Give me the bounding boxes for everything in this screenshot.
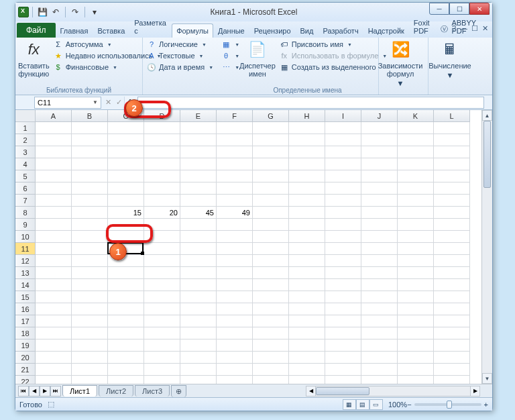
- cell-L22[interactable]: [434, 376, 470, 384]
- cell-D4[interactable]: [144, 158, 180, 170]
- col-header-K[interactable]: K: [398, 110, 434, 122]
- cell-A21[interactable]: [36, 364, 72, 376]
- cell-B6[interactable]: [72, 182, 108, 195]
- cell-F4[interactable]: [217, 158, 253, 170]
- cell-G17[interactable]: [253, 315, 289, 327]
- cell-I18[interactable]: [325, 327, 361, 339]
- cell-H19[interactable]: [289, 339, 325, 352]
- cell-A7[interactable]: [36, 195, 72, 207]
- cell-E14[interactable]: [180, 279, 217, 291]
- cell-I7[interactable]: [325, 195, 361, 207]
- sheet-nav-last[interactable]: ⏭: [50, 386, 61, 397]
- cell-F3[interactable]: [217, 146, 253, 158]
- macro-record-icon[interactable]: ⬚: [48, 400, 54, 409]
- cell-D12[interactable]: [144, 255, 180, 267]
- formula-auditing-button[interactable]: 🔀 Зависимости формул▼: [382, 39, 419, 87]
- cell-C4[interactable]: [108, 158, 144, 170]
- cell-E12[interactable]: [180, 255, 217, 267]
- cell-B15[interactable]: [72, 291, 108, 303]
- tab-addins[interactable]: Надстройк: [363, 23, 409, 38]
- col-header-G[interactable]: G: [253, 110, 289, 122]
- cell-E8[interactable]: 45: [180, 207, 217, 219]
- scroll-right-icon[interactable]: ▶: [470, 386, 479, 396]
- cell-G21[interactable]: [253, 364, 289, 376]
- cell-B4[interactable]: [72, 158, 108, 170]
- cell-E7[interactable]: [180, 195, 217, 207]
- row-header-21[interactable]: 21: [15, 364, 36, 376]
- cell-D19[interactable]: [144, 339, 180, 352]
- cell-I19[interactable]: [325, 339, 361, 352]
- zoom-in-button[interactable]: +: [484, 401, 488, 409]
- excel-icon[interactable]: [18, 7, 29, 17]
- cell-I2[interactable]: [325, 134, 361, 146]
- cell-J14[interactable]: [361, 279, 398, 291]
- cell-A5[interactable]: [36, 170, 72, 182]
- cell-K6[interactable]: [398, 182, 434, 195]
- cell-G18[interactable]: [253, 327, 289, 339]
- cell-F15[interactable]: [217, 291, 253, 303]
- cell-J9[interactable]: [361, 219, 398, 231]
- tab-formulas[interactable]: Формулы: [172, 23, 213, 38]
- cell-A9[interactable]: [36, 219, 72, 231]
- new-sheet-button[interactable]: ⊕: [171, 385, 186, 397]
- scroll-thumb[interactable]: [483, 121, 491, 188]
- row-header-11[interactable]: 11: [15, 243, 36, 255]
- cell-H10[interactable]: [289, 231, 325, 243]
- cell-H1[interactable]: [289, 122, 325, 134]
- cell-A6[interactable]: [36, 182, 72, 195]
- insert-function-button[interactable]: fx Вставить функцию: [18, 39, 50, 78]
- cell-H8[interactable]: [289, 207, 325, 219]
- tab-data[interactable]: Данные: [213, 23, 249, 38]
- cell-L4[interactable]: [434, 158, 470, 170]
- cell-H7[interactable]: [289, 195, 325, 207]
- minimize-button[interactable]: ─: [429, 3, 449, 15]
- cell-E19[interactable]: [180, 339, 217, 352]
- cell-E10[interactable]: [180, 231, 217, 243]
- cell-K11[interactable]: [398, 243, 434, 255]
- sheet-tab-2[interactable]: Лист2: [99, 385, 133, 397]
- cell-I9[interactable]: [325, 219, 361, 231]
- row-header-5[interactable]: 5: [15, 170, 36, 182]
- cell-H18[interactable]: [289, 327, 325, 339]
- cell-A16[interactable]: [36, 303, 72, 315]
- cell-L8[interactable]: [434, 207, 470, 219]
- tab-layout[interactable]: Разметка с: [129, 15, 172, 38]
- cell-L2[interactable]: [434, 134, 470, 146]
- cell-E11[interactable]: [180, 243, 217, 255]
- cell-C21[interactable]: [108, 364, 144, 376]
- cell-K2[interactable]: [398, 134, 434, 146]
- cell-C5[interactable]: [108, 170, 144, 182]
- cell-H20[interactable]: [289, 352, 325, 364]
- cell-G10[interactable]: [253, 231, 289, 243]
- col-header-J[interactable]: J: [361, 110, 398, 122]
- cell-D21[interactable]: [144, 364, 180, 376]
- cell-G15[interactable]: [253, 291, 289, 303]
- cell-C17[interactable]: [108, 315, 144, 327]
- cell-J20[interactable]: [361, 352, 398, 364]
- cell-F21[interactable]: [217, 364, 253, 376]
- cell-K10[interactable]: [398, 231, 434, 243]
- cell-H3[interactable]: [289, 146, 325, 158]
- cell-A13[interactable]: [36, 267, 72, 279]
- scroll-left-icon[interactable]: ◀: [306, 386, 316, 396]
- tab-insert[interactable]: Вставка: [93, 23, 129, 38]
- cell-J4[interactable]: [361, 158, 398, 170]
- sheet-nav-prev[interactable]: ◀: [29, 386, 40, 397]
- cell-E22[interactable]: [180, 376, 217, 384]
- cell-I14[interactable]: [325, 279, 361, 291]
- cell-C13[interactable]: [108, 267, 144, 279]
- cell-F9[interactable]: [217, 219, 253, 231]
- cell-L7[interactable]: [434, 195, 470, 207]
- view-layout-button[interactable]: ▤: [356, 399, 369, 410]
- cell-H9[interactable]: [289, 219, 325, 231]
- close-button[interactable]: ✕: [469, 3, 490, 15]
- cell-D11[interactable]: [144, 243, 180, 255]
- cell-K13[interactable]: [398, 267, 434, 279]
- cell-D5[interactable]: [144, 170, 180, 182]
- cell-H2[interactable]: [289, 134, 325, 146]
- cell-C16[interactable]: [108, 303, 144, 315]
- cell-E4[interactable]: [180, 158, 217, 170]
- workbook-minimize-icon[interactable]: —: [460, 24, 467, 34]
- cell-E21[interactable]: [180, 364, 217, 376]
- cell-H12[interactable]: [289, 255, 325, 267]
